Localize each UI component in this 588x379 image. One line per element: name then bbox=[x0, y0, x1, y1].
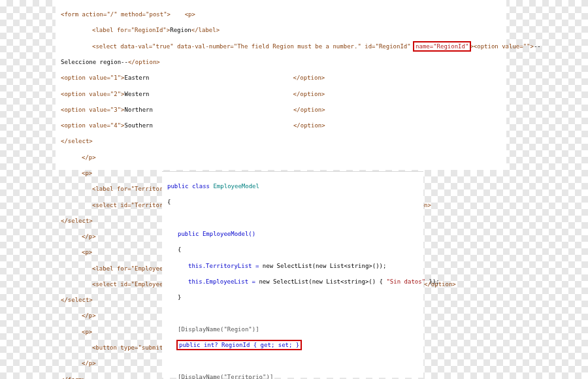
code-text: <select data-val="true" data-val-number=… bbox=[92, 43, 414, 50]
highlight-region-name: name="RegionId" bbox=[414, 42, 470, 50]
code-text: </option> bbox=[293, 107, 325, 113]
code-text: </form> bbox=[61, 376, 86, 379]
code-text: </select> bbox=[61, 138, 93, 144]
code-text: </p> bbox=[82, 233, 96, 240]
code-text: this.EmployeeList = bbox=[188, 278, 259, 285]
code-text: public class bbox=[167, 183, 213, 190]
code-text: Region bbox=[170, 27, 191, 33]
code-text: Eastern bbox=[125, 74, 150, 81]
highlight-prop-region: public int? RegionId { get; set; } bbox=[178, 341, 301, 349]
code-text: public EmployeeModel() bbox=[178, 231, 255, 237]
code-text: <p> bbox=[82, 249, 92, 255]
html-code-panel: <form action="/" method="post"> <p> <lab… bbox=[56, 0, 506, 170]
code-text: </p> bbox=[82, 360, 96, 367]
code-text: <label for="RegionId"> bbox=[92, 27, 170, 33]
code-text: <form action="/" method="post"> <p> bbox=[61, 11, 195, 18]
code-text: new SelectList(new List<string>()); bbox=[263, 263, 387, 269]
code-text: <option value="4"> bbox=[61, 122, 125, 129]
code-text: [DisplayName("Region")] bbox=[178, 326, 259, 333]
code-text: </option> bbox=[293, 74, 325, 81]
code-text: </select> bbox=[61, 297, 93, 303]
code-text: EmployeeModel bbox=[213, 183, 259, 190]
code-text: <option value="3"> bbox=[61, 107, 125, 113]
code-text: </select> bbox=[61, 218, 93, 224]
code-text: </option> bbox=[128, 59, 160, 65]
code-text: Western bbox=[125, 91, 150, 97]
code-text: <p> bbox=[82, 329, 92, 335]
code-text: }); bbox=[425, 278, 440, 285]
code-text: [DisplayName("Territorio")] bbox=[178, 374, 273, 379]
code-text: Southern bbox=[125, 122, 153, 129]
code-text: </label> bbox=[191, 27, 220, 33]
code-text: <option value="1"> bbox=[61, 74, 125, 81]
code-text: <option value="2"> bbox=[61, 91, 125, 97]
code-text: new SelectList(new List<string>() { bbox=[259, 278, 386, 285]
csharp-code-panel: public class EmployeeModel { public Empl… bbox=[162, 171, 423, 378]
code-text: ><option value=""> bbox=[470, 43, 534, 50]
code-text: "Sin datos" bbox=[386, 278, 425, 285]
code-text: </p> bbox=[82, 154, 96, 161]
code-text: Northern bbox=[125, 107, 153, 113]
code-text: <p> bbox=[82, 170, 92, 176]
code-text: </option> bbox=[293, 122, 325, 129]
code-text: </option> bbox=[293, 91, 325, 97]
code-text: Seleccione region-- bbox=[61, 59, 128, 65]
code-text: -- bbox=[534, 43, 541, 50]
code-text: </p> bbox=[82, 312, 96, 319]
code-text: this.TerritoryList = bbox=[188, 263, 263, 269]
